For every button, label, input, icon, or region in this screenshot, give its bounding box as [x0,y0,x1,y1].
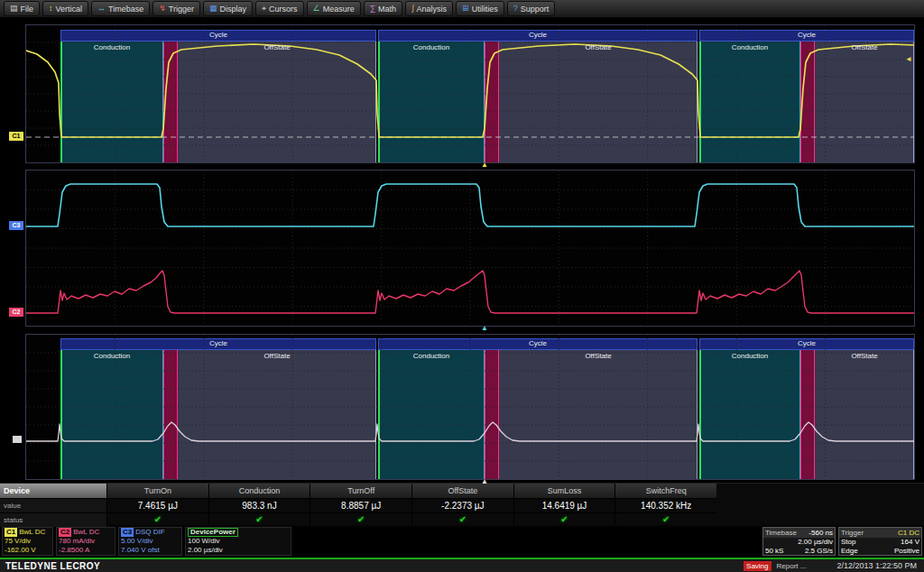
measure-value: -2.2373 µJ [412,498,513,512]
measure-row-label-status: status [0,512,106,527]
timebase-panel[interactable]: Timebase -560 ns 2.00 µs/div 50 kS 2.5 G… [762,527,836,556]
scale-value: 5.00 V/div [121,537,180,546]
timebase-samplerate: 2.5 GS/s [805,547,833,556]
menu-trigger[interactable]: ↯Trigger [152,1,200,16]
menu-label: Support [521,5,550,14]
c3-gate-trace [26,184,914,226]
measure-icon: ∠ [313,5,320,13]
math-sigma-icon: ∑ [370,5,375,13]
offset-value: 2.00 µs/div [188,546,289,555]
descriptor-c1[interactable]: C1BwL DC75 V/div-162.00 V [2,527,53,556]
menu-math[interactable]: ∑Math [364,1,402,16]
menu-label: Display [219,5,246,14]
oscilloscope-app: ▤File↕Vertical↔Timebase↯Trigger▦Display⌖… [0,0,924,572]
grid-gate-and-current[interactable] [25,170,915,327]
measure-col-offstate: OffState-2.2373 µJ✔ [411,484,513,525]
file-icon: ▤ [10,5,18,13]
trigger-edge-icon: ↯ [159,5,166,13]
menu-label: Vertical [56,5,83,14]
offset-value: -162.00 V [5,546,51,555]
channel-tag-c2: C2 [59,528,71,537]
menu-display[interactable]: ▦Display [203,1,253,16]
measure-col-conduction: Conduction983.3 nJ✔ [208,484,310,525]
descriptor-c2[interactable]: C2BwL DC780 mA/div-2.8500 A [56,527,116,556]
trigger-level-marker[interactable]: ◄ [905,56,912,63]
timebase-icon: ↔ [97,5,106,13]
channel-tag-devicepower: DevicePower [188,528,238,537]
measure-param-name[interactable]: SwitchFreq [615,484,716,498]
trigger-mode: Stop [841,538,855,547]
grid-drain-voltage[interactable]: CycleConductionOffStateCycleConductionOf… [25,24,915,163]
trigger-time-marker[interactable]: ▲ [481,325,488,332]
measure-status-check-icon: ✔ [412,512,513,525]
waveform-area[interactable]: CycleConductionOffStateCycleConductionOf… [0,18,924,483]
display-grid-icon: ▦ [209,5,217,13]
descriptor-c3[interactable]: C3DSQ DIF5.00 V/div7.040 V ofst [118,527,182,556]
menu-label: Measure [323,5,355,14]
measure-value: 140.352 kHz [615,498,716,512]
menu-label: Utilities [472,5,498,14]
menu-utilities[interactable]: ⊞Utilities [456,1,504,16]
channel-offset-handle-c3[interactable]: C3 [9,221,23,230]
channel-offset-handle-c1[interactable]: C1 [9,132,23,141]
menu-measure[interactable]: ∠Measure [307,1,361,16]
measure-value: 7.4615 µJ [107,498,208,512]
support-info-icon: ? [513,5,518,13]
menu-label: Math [378,5,396,14]
measurement-table: Device value status TurnOn7.4615 µJ✔Cond… [0,483,924,525]
channel-tag-c1: C1 [5,528,17,537]
measure-row-label-value: value [0,498,106,512]
scale-value: 75 V/div [5,537,51,546]
menu-vertical[interactable]: ↕Vertical [42,1,88,16]
power-offset-handle[interactable] [13,436,22,443]
menu-cursors[interactable]: ⌖Cursors [255,1,304,16]
trigger-panel[interactable]: Trigger C1 DC Stop 164 V Edge Positive [838,527,922,556]
trigger-title: Trigger [841,528,864,538]
timebase-title: Timebase [765,528,797,538]
menu-file[interactable]: ▤File [4,1,40,16]
menu-label: File [21,5,34,14]
measure-param-name[interactable]: Conduction [209,484,310,498]
offset-value: 7.040 V ofst [121,546,180,555]
voltage-trace-plot [26,25,914,162]
measure-param-name[interactable]: TurnOn [107,484,208,498]
descriptor-bar: Timebase -560 ns 2.00 µs/div 50 kS 2.5 G… [0,527,924,557]
trigger-source: C1 DC [898,528,919,538]
measure-value: 983.3 nJ [209,498,310,512]
trigger-level: 164 V [901,538,919,547]
timebase-scale: 2.00 µs/div [763,538,835,547]
measure-status-check-icon: ✔ [107,512,208,525]
measure-col-switchfreq: SwitchFreq140.352 kHz✔ [614,484,716,525]
measure-row-labels: Device value status [0,484,106,525]
channel-offset-handle-c2[interactable]: C2 [9,308,23,317]
measure-col-sumloss: SumLoss14.6419 µJ✔ [513,484,615,525]
measure-status-check-icon: ✔ [615,512,716,525]
measure-param-name[interactable]: OffState [412,484,513,498]
measure-param-name[interactable]: SumLoss [514,484,615,498]
measure-row-label-device[interactable]: Device [0,484,106,498]
trigger-time-marker[interactable]: ▲ [481,161,488,169]
menu-analysis[interactable]: ∫Analysis [405,1,453,16]
offset-value: -2.8500 A [59,546,113,555]
trigger-slope: Positive [894,547,919,556]
menu-timebase[interactable]: ↔Timebase [91,1,150,16]
measure-status-check-icon: ✔ [209,512,310,525]
trigger-type: Edge [841,547,858,556]
measure-value: 14.6419 µJ [514,498,615,512]
status-bar: TELEDYNE LECROY Saving Report ... 2/12/2… [0,558,924,572]
analysis-icon: ∫ [411,5,413,13]
menu-label: Trigger [169,5,194,14]
menu-support[interactable]: ?Support [507,1,556,16]
grid-device-power[interactable]: CycleConductionOffStateCycleConductionOf… [25,334,915,480]
menu-label: Cursors [269,5,298,14]
trigger-time-marker[interactable]: ▲ [481,478,488,485]
gate-current-trace-plot [26,171,914,326]
clock: 2/12/2013 1:22:50 PM [836,561,917,570]
menu-bar: ▤File↕Vertical↔Timebase↯Trigger▦Display⌖… [0,0,924,18]
scale-value: 780 mA/div [59,537,113,546]
measure-status-check-icon: ✔ [514,512,615,525]
measure-value: 8.8857 µJ [310,498,411,512]
descriptor-devicepower[interactable]: DevicePower100 W/div2.00 µs/div [185,527,291,556]
measure-param-name[interactable]: TurnOff [310,484,411,498]
saving-message: Report ... [777,562,807,570]
